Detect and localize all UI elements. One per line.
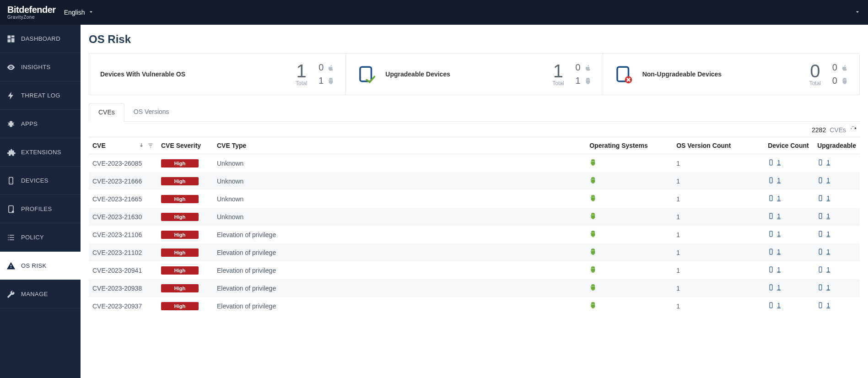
device-count-link[interactable]: 1	[768, 194, 781, 203]
upgradeable-link[interactable]: 1	[817, 247, 830, 256]
cell-type: Elevation of privilege	[213, 297, 586, 315]
table-row[interactable]: CVE-2023-20941 High Elevation of privile…	[89, 261, 860, 279]
upgradeable-link[interactable]: 1	[817, 283, 830, 292]
phone-icon	[768, 211, 774, 221]
table-row[interactable]: CVE-2023-26085 High Unknown 1 1 1	[89, 154, 860, 173]
upgradeable-link[interactable]: 1	[817, 229, 830, 238]
sidebar-item-policy[interactable]: POLICY	[0, 223, 81, 252]
sidebar-item-manage[interactable]: MANAGE	[0, 280, 81, 308]
cell-os	[586, 243, 673, 261]
sidebar-item-apps[interactable]: APPS	[0, 110, 81, 138]
sidebar-item-label: PROFILES	[21, 205, 52, 212]
cell-device-count: 1	[764, 208, 814, 226]
col-header-device-count[interactable]: Device Count	[764, 137, 814, 154]
tab-cves[interactable]: CVEs	[89, 103, 124, 122]
table-row[interactable]: CVE-2023-20938 High Elevation of privile…	[89, 279, 860, 297]
device-count-link[interactable]: 1	[768, 283, 781, 292]
cell-cve: CVE-2023-20938	[89, 279, 157, 297]
sidebar-item-label: THREAT LOG	[21, 92, 60, 99]
filter-icon[interactable]	[147, 142, 154, 149]
upgradeable-link[interactable]: 1	[817, 265, 830, 274]
device-count-link[interactable]: 1	[768, 158, 781, 167]
phone-icon	[817, 265, 824, 274]
stat-cards: Devices With Vulnerable OS 1 Total 0 1	[89, 53, 860, 95]
phone-icon	[768, 301, 774, 310]
sidebar-item-os-risk[interactable]: OS RISK	[0, 252, 81, 280]
card-vulnerable-devices: Devices With Vulnerable OS 1 Total 0 1	[89, 54, 345, 95]
table-row[interactable]: CVE-2023-21102 High Elevation of privile…	[89, 243, 860, 261]
device-count-link[interactable]: 1	[768, 301, 781, 310]
android-icon	[841, 77, 848, 85]
device-count-link[interactable]: 1	[768, 247, 781, 256]
upgradeable-link[interactable]: 1	[817, 211, 830, 221]
sidebar-item-extensions[interactable]: EXTENSIONS	[0, 138, 81, 167]
chevron-down-icon	[88, 9, 94, 16]
tab-os-versions[interactable]: OS Versions	[124, 103, 178, 121]
android-icon	[589, 176, 597, 184]
cell-cve: CVE-2023-21666	[89, 172, 157, 190]
col-header-version-count[interactable]: OS Version Count	[673, 137, 764, 154]
cell-type: Elevation of privilege	[213, 261, 586, 279]
cell-severity: High	[157, 261, 213, 279]
cell-device-count: 1	[764, 190, 814, 208]
upgradeable-link[interactable]: 1	[817, 194, 830, 203]
col-header-severity[interactable]: CVE Severity	[157, 137, 213, 154]
cell-device-count: 1	[764, 261, 814, 279]
card-total-value: 0	[809, 62, 821, 80]
cell-cve: CVE-2023-21665	[89, 190, 157, 208]
upgradeable-link[interactable]: 1	[817, 158, 830, 167]
android-icon	[589, 212, 597, 220]
card-apple-count: 0	[828, 62, 837, 73]
cell-upgradeable: 1	[814, 226, 860, 243]
card-android-count: 1	[314, 76, 323, 86]
sidebar-item-label: DEVICES	[21, 177, 49, 184]
card-android-count: 1	[571, 76, 581, 86]
phone-icon	[817, 211, 824, 221]
sidebar-item-profiles[interactable]: PROFILES	[0, 195, 81, 223]
cell-version-count: 1	[673, 261, 764, 279]
col-header-cve-label: CVE	[92, 142, 106, 149]
sidebar-item-devices[interactable]: DEVICES	[0, 167, 81, 195]
language-selector[interactable]: English	[64, 9, 94, 16]
cell-upgradeable: 1	[814, 297, 860, 315]
cell-severity: High	[157, 297, 213, 315]
device-count-link[interactable]: 1	[768, 176, 781, 185]
cell-cve: CVE-2023-20937	[89, 297, 157, 315]
col-header-os[interactable]: Operating Systems	[586, 137, 673, 154]
table-row[interactable]: CVE-2023-20937 High Elevation of privile…	[89, 297, 860, 315]
cell-version-count: 1	[673, 297, 764, 315]
user-menu-toggle[interactable]	[854, 9, 861, 16]
card-android-count: 0	[828, 76, 837, 86]
refresh-button[interactable]	[850, 125, 857, 134]
cell-upgradeable: 1	[814, 154, 860, 173]
device-count-link[interactable]: 1	[768, 211, 781, 221]
table-row[interactable]: CVE-2023-21106 High Elevation of privile…	[89, 226, 860, 243]
cell-type: Unknown	[213, 190, 586, 208]
phone-icon	[768, 158, 774, 167]
cell-os	[586, 154, 673, 173]
tablet-check-icon	[357, 65, 376, 84]
apple-icon	[584, 64, 592, 71]
android-icon	[584, 77, 592, 85]
upgradeable-link[interactable]: 1	[817, 301, 830, 310]
phone-icon	[768, 176, 774, 185]
card-label: Non-Upgradeable Devices	[642, 70, 722, 78]
sort-icon[interactable]	[138, 142, 145, 149]
table-row[interactable]: CVE-2023-21666 High Unknown 1 1 1	[89, 172, 860, 190]
bolt-icon	[6, 91, 16, 100]
col-header-upgradeable[interactable]: Upgradeable	[814, 137, 860, 154]
sidebar-item-label: OS RISK	[21, 262, 47, 269]
cell-severity: High	[157, 243, 213, 261]
sidebar-item-threat-log[interactable]: THREAT LOG	[0, 81, 81, 110]
sidebar-item-insights[interactable]: INSIGHTS	[0, 53, 81, 81]
cell-os	[586, 261, 673, 279]
col-header-type[interactable]: CVE Type	[213, 137, 586, 154]
device-count-link[interactable]: 1	[768, 229, 781, 238]
device-count-link[interactable]: 1	[768, 265, 781, 274]
col-header-cve[interactable]: CVE	[89, 137, 157, 154]
upgradeable-link[interactable]: 1	[817, 176, 830, 185]
table-row[interactable]: CVE-2023-21665 High Unknown 1 1 1	[89, 190, 860, 208]
cell-device-count: 1	[764, 226, 814, 243]
sidebar-item-dashboard[interactable]: DASHBOARD	[0, 25, 81, 53]
table-row[interactable]: CVE-2023-21630 High Unknown 1 1 1	[89, 208, 860, 226]
